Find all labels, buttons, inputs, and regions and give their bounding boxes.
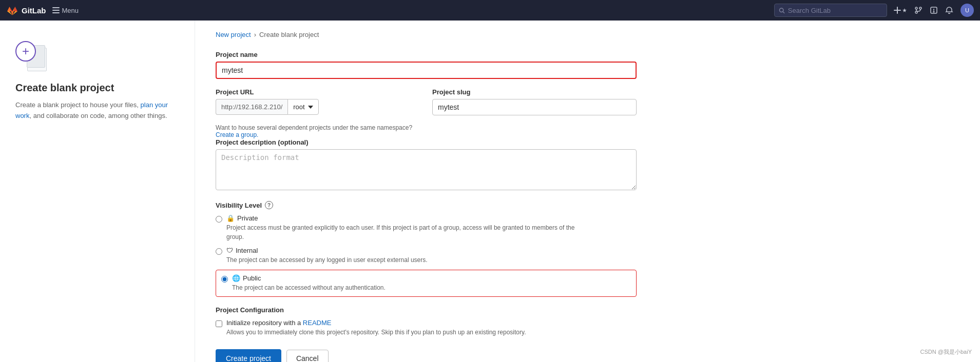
- private-label: Private: [237, 214, 258, 222]
- project-name-input[interactable]: [216, 62, 637, 79]
- nav-icons: U: [893, 4, 974, 17]
- description-input[interactable]: [216, 149, 637, 190]
- visibility-private: 🔒 Private Project access must be granted…: [216, 214, 637, 242]
- readme-desc: Allows you to immediately clone this pro…: [226, 328, 526, 337]
- url-slug-row: Project URL http://192.168.2.210/ root W…: [216, 88, 637, 138]
- menu-label: Menu: [62, 7, 79, 14]
- readme-link[interactable]: README: [303, 319, 332, 327]
- config-section: Project Configuration Initialize reposit…: [216, 306, 637, 337]
- readme-title: Initialize repository with a README: [226, 319, 526, 327]
- namespace-hint-text: Want to house several dependent projects…: [216, 124, 412, 131]
- menu-toggle[interactable]: Menu: [52, 7, 79, 14]
- csdn-badge: CSDN @我是小baiY: [917, 347, 975, 357]
- public-label: Public: [243, 274, 261, 282]
- project-name-group: Project name: [216, 51, 637, 79]
- readme-checkbox[interactable]: [216, 320, 222, 327]
- visibility-section: Visibility Level ? 🔒 Private Project acc…: [216, 201, 637, 297]
- visibility-radio-group: 🔒 Private Project access must be granted…: [216, 214, 637, 297]
- form-buttons: Create project Cancel: [216, 349, 637, 362]
- project-slug-group: Project slug: [432, 88, 637, 115]
- page-body: + Create blank project Create a blank pr…: [0, 21, 980, 362]
- breadcrumb-current: Create blank project: [259, 31, 319, 38]
- svg-point-7: [915, 7, 917, 9]
- visibility-private-radio[interactable]: [216, 216, 222, 223]
- slug-col: Project slug: [432, 88, 637, 125]
- readme-content: Initialize repository with a README Allo…: [226, 319, 526, 337]
- visibility-internal: 🛡 Internal The project can be accessed b…: [216, 247, 637, 265]
- visibility-heading: Visibility Level ?: [216, 201, 637, 209]
- namespace-select[interactable]: root: [287, 99, 318, 115]
- breadcrumb-parent[interactable]: New project: [216, 31, 251, 38]
- visibility-private-desc: Project access must be granted explicitl…: [226, 223, 575, 242]
- svg-point-13: [933, 11, 934, 12]
- panel-heading: Create blank project: [15, 82, 114, 94]
- svg-rect-1: [52, 10, 60, 11]
- lock-icon: 🔒: [226, 214, 235, 222]
- url-base: http://192.168.2.210/: [216, 99, 287, 115]
- visibility-public-radio[interactable]: [221, 276, 228, 283]
- svg-line-4: [783, 11, 784, 13]
- visibility-public: 🌐 Public The project can be accessed wit…: [216, 270, 637, 297]
- desc-text-1: Create a blank project to house your fil…: [15, 101, 141, 109]
- search-input[interactable]: [788, 7, 882, 14]
- issues-icon[interactable]: [930, 6, 938, 14]
- svg-point-8: [919, 7, 921, 9]
- create-icon[interactable]: [893, 6, 907, 14]
- project-url-label: Project URL: [216, 88, 420, 96]
- project-url-group: Project URL http://192.168.2.210/ root: [216, 88, 420, 115]
- visibility-private-title: 🔒 Private: [226, 214, 575, 222]
- visibility-internal-title: 🛡 Internal: [226, 247, 428, 254]
- desc-text-2: , and collaborate on code, among other t…: [29, 112, 167, 119]
- internal-label: Internal: [236, 247, 258, 254]
- notifications-icon[interactable]: [945, 6, 953, 14]
- project-name-label: Project name: [216, 51, 637, 58]
- visibility-public-content: 🌐 Public The project can be accessed wit…: [232, 274, 386, 292]
- visibility-private-content: 🔒 Private Project access must be granted…: [226, 214, 575, 242]
- panel-description: Create a blank project to house your fil…: [15, 100, 179, 122]
- readme-checkbox-item: Initialize repository with a README Allo…: [216, 319, 637, 337]
- svg-point-3: [779, 8, 783, 12]
- gitlab-wordmark: GitLab: [22, 6, 46, 15]
- visibility-internal-content: 🛡 Internal The project can be accessed b…: [226, 247, 428, 265]
- create-project-button[interactable]: Create project: [216, 349, 281, 362]
- right-panel: New project › Create blank project Proje…: [195, 21, 980, 362]
- visibility-internal-desc: The project can be accessed by any logge…: [226, 255, 428, 265]
- visibility-public-desc: The project can be accessed without any …: [232, 283, 386, 292]
- gitlab-logo[interactable]: GitLab: [6, 4, 46, 16]
- visibility-help-icon[interactable]: ?: [265, 201, 273, 209]
- project-icon-container: +: [15, 41, 48, 74]
- namespace-hint: Want to house several dependent projects…: [216, 124, 420, 138]
- url-col: Project URL http://192.168.2.210/ root W…: [216, 88, 420, 138]
- description-label: Project description (optional): [216, 138, 637, 146]
- url-row: http://192.168.2.210/ root: [216, 99, 420, 115]
- topnav: GitLab Menu U: [0, 0, 980, 21]
- config-label: Project Configuration: [216, 306, 637, 314]
- visibility-internal-radio[interactable]: [216, 248, 222, 255]
- globe-icon: 🌐: [232, 274, 240, 282]
- svg-rect-0: [52, 7, 60, 8]
- visibility-public-title: 🌐 Public: [232, 274, 386, 282]
- cancel-button[interactable]: Cancel: [286, 350, 329, 362]
- create-group-link[interactable]: Create a group.: [216, 131, 258, 138]
- svg-rect-2: [52, 12, 60, 13]
- svg-rect-6: [894, 10, 901, 11]
- left-panel: + Create blank project Create a blank pr…: [0, 21, 195, 362]
- merge-requests-icon[interactable]: [914, 6, 923, 14]
- description-group: Project description (optional): [216, 138, 637, 192]
- breadcrumb-separator: ›: [254, 31, 256, 38]
- plus-circle-icon: +: [15, 41, 36, 62]
- visibility-label-text: Visibility Level: [216, 202, 262, 209]
- namespace-value: root: [293, 103, 304, 111]
- breadcrumb: New project › Create blank project: [216, 31, 959, 38]
- project-slug-label: Project slug: [432, 88, 637, 96]
- user-avatar[interactable]: U: [960, 4, 974, 17]
- global-search[interactable]: [774, 4, 887, 17]
- create-project-form: Project name Project URL http://192.168.…: [216, 51, 637, 362]
- shield-icon: 🛡: [226, 247, 233, 254]
- project-slug-input[interactable]: [432, 99, 637, 115]
